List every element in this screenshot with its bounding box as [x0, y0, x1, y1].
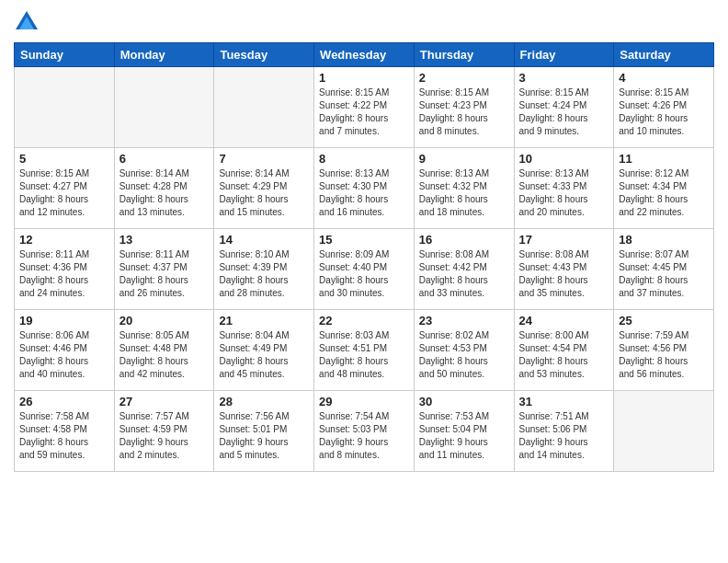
- cell-content: Sunrise: 8:08 AM Sunset: 4:42 PM Dayligh…: [419, 248, 509, 300]
- day-cell: [15, 67, 115, 148]
- day-cell: 8Sunrise: 8:13 AM Sunset: 4:30 PM Daylig…: [314, 148, 415, 229]
- day-cell: 24Sunrise: 8:00 AM Sunset: 4:54 PM Dayli…: [514, 310, 614, 391]
- cell-content: Sunrise: 8:15 AM Sunset: 4:27 PM Dayligh…: [19, 167, 109, 219]
- day-number: 1: [319, 71, 409, 85]
- day-number: 10: [519, 152, 609, 166]
- cell-content: Sunrise: 8:13 AM Sunset: 4:32 PM Dayligh…: [419, 167, 509, 219]
- day-number: 29: [319, 395, 409, 408]
- header-row: SundayMondayTuesdayWednesdayThursdayFrid…: [15, 43, 714, 67]
- day-cell: 3Sunrise: 8:15 AM Sunset: 4:24 PM Daylig…: [514, 67, 614, 148]
- day-cell: 22Sunrise: 8:03 AM Sunset: 4:51 PM Dayli…: [314, 310, 415, 391]
- day-number: 3: [519, 71, 609, 85]
- cell-content: Sunrise: 8:05 AM Sunset: 4:48 PM Dayligh…: [119, 329, 210, 381]
- day-cell: [214, 67, 314, 148]
- day-number: 14: [219, 233, 309, 247]
- day-header-wednesday: Wednesday: [314, 43, 415, 67]
- day-number: 4: [619, 71, 709, 85]
- day-cell: 15Sunrise: 8:09 AM Sunset: 4:40 PM Dayli…: [314, 229, 415, 310]
- page: SundayMondayTuesdayWednesdayThursdayFrid…: [0, 0, 728, 563]
- day-cell: 11Sunrise: 8:12 AM Sunset: 4:34 PM Dayli…: [614, 148, 714, 229]
- cell-content: Sunrise: 8:06 AM Sunset: 4:46 PM Dayligh…: [19, 329, 109, 381]
- week-row-0: 1Sunrise: 8:15 AM Sunset: 4:22 PM Daylig…: [15, 67, 714, 148]
- day-number: 16: [419, 233, 509, 247]
- week-row-4: 26Sunrise: 7:58 AM Sunset: 4:58 PM Dayli…: [15, 391, 714, 472]
- calendar: SundayMondayTuesdayWednesdayThursdayFrid…: [14, 42, 714, 472]
- cell-content: Sunrise: 8:13 AM Sunset: 4:30 PM Dayligh…: [319, 167, 409, 219]
- day-number: 12: [19, 233, 109, 247]
- day-number: 5: [19, 152, 109, 166]
- logo: [14, 9, 43, 35]
- day-cell: 23Sunrise: 8:02 AM Sunset: 4:53 PM Dayli…: [414, 310, 514, 391]
- day-number: 18: [619, 233, 709, 247]
- day-cell: 27Sunrise: 7:57 AM Sunset: 4:59 PM Dayli…: [114, 391, 214, 472]
- cell-content: Sunrise: 7:56 AM Sunset: 5:01 PM Dayligh…: [219, 410, 309, 462]
- cell-content: Sunrise: 8:03 AM Sunset: 4:51 PM Dayligh…: [319, 329, 409, 381]
- day-cell: [114, 67, 214, 148]
- day-number: 31: [519, 395, 609, 408]
- cell-content: Sunrise: 8:13 AM Sunset: 4:33 PM Dayligh…: [519, 167, 609, 219]
- day-number: 21: [219, 314, 309, 327]
- cell-content: Sunrise: 8:04 AM Sunset: 4:49 PM Dayligh…: [219, 329, 309, 381]
- cell-content: Sunrise: 8:12 AM Sunset: 4:34 PM Dayligh…: [619, 167, 709, 219]
- day-number: 25: [619, 314, 709, 327]
- day-cell: 6Sunrise: 8:14 AM Sunset: 4:28 PM Daylig…: [114, 148, 214, 229]
- day-cell: 9Sunrise: 8:13 AM Sunset: 4:32 PM Daylig…: [414, 148, 514, 229]
- day-header-saturday: Saturday: [614, 43, 714, 67]
- day-cell: 21Sunrise: 8:04 AM Sunset: 4:49 PM Dayli…: [214, 310, 314, 391]
- day-number: 8: [319, 152, 409, 166]
- week-row-1: 5Sunrise: 8:15 AM Sunset: 4:27 PM Daylig…: [15, 148, 714, 229]
- day-header-tuesday: Tuesday: [214, 43, 314, 67]
- cell-content: Sunrise: 8:15 AM Sunset: 4:26 PM Dayligh…: [619, 86, 709, 138]
- cell-content: Sunrise: 8:07 AM Sunset: 4:45 PM Dayligh…: [619, 248, 709, 300]
- day-cell: 1Sunrise: 8:15 AM Sunset: 4:22 PM Daylig…: [314, 67, 415, 148]
- cell-content: Sunrise: 8:11 AM Sunset: 4:36 PM Dayligh…: [19, 248, 109, 300]
- cell-content: Sunrise: 8:11 AM Sunset: 4:37 PM Dayligh…: [119, 248, 210, 300]
- day-number: 24: [519, 314, 609, 327]
- day-cell: 18Sunrise: 8:07 AM Sunset: 4:45 PM Dayli…: [614, 229, 714, 310]
- day-cell: 10Sunrise: 8:13 AM Sunset: 4:33 PM Dayli…: [514, 148, 614, 229]
- day-cell: 4Sunrise: 8:15 AM Sunset: 4:26 PM Daylig…: [614, 67, 714, 148]
- day-cell: 14Sunrise: 8:10 AM Sunset: 4:39 PM Dayli…: [214, 229, 314, 310]
- day-number: 17: [519, 233, 609, 247]
- day-cell: 17Sunrise: 8:08 AM Sunset: 4:43 PM Dayli…: [514, 229, 614, 310]
- day-cell: 26Sunrise: 7:58 AM Sunset: 4:58 PM Dayli…: [15, 391, 115, 472]
- cell-content: Sunrise: 7:58 AM Sunset: 4:58 PM Dayligh…: [19, 410, 109, 462]
- cell-content: Sunrise: 8:00 AM Sunset: 4:54 PM Dayligh…: [519, 329, 609, 381]
- cell-content: Sunrise: 8:09 AM Sunset: 4:40 PM Dayligh…: [319, 248, 409, 300]
- day-cell: 7Sunrise: 8:14 AM Sunset: 4:29 PM Daylig…: [214, 148, 314, 229]
- cell-content: Sunrise: 8:02 AM Sunset: 4:53 PM Dayligh…: [419, 329, 509, 381]
- day-number: 11: [619, 152, 709, 166]
- day-cell: 20Sunrise: 8:05 AM Sunset: 4:48 PM Dayli…: [114, 310, 214, 391]
- day-cell: 12Sunrise: 8:11 AM Sunset: 4:36 PM Dayli…: [15, 229, 115, 310]
- day-cell: 29Sunrise: 7:54 AM Sunset: 5:03 PM Dayli…: [314, 391, 415, 472]
- day-number: 7: [219, 152, 309, 166]
- day-number: 26: [19, 395, 109, 408]
- day-cell: 25Sunrise: 7:59 AM Sunset: 4:56 PM Dayli…: [614, 310, 714, 391]
- header: [14, 9, 714, 35]
- day-header-friday: Friday: [514, 43, 614, 67]
- day-number: 9: [419, 152, 509, 166]
- day-number: 28: [219, 395, 309, 408]
- cell-content: Sunrise: 7:54 AM Sunset: 5:03 PM Dayligh…: [319, 410, 409, 462]
- week-row-3: 19Sunrise: 8:06 AM Sunset: 4:46 PM Dayli…: [15, 310, 714, 391]
- day-cell: 5Sunrise: 8:15 AM Sunset: 4:27 PM Daylig…: [15, 148, 115, 229]
- day-number: 15: [319, 233, 409, 247]
- cell-content: Sunrise: 8:14 AM Sunset: 4:29 PM Dayligh…: [219, 167, 309, 219]
- day-cell: 16Sunrise: 8:08 AM Sunset: 4:42 PM Dayli…: [414, 229, 514, 310]
- cell-content: Sunrise: 8:14 AM Sunset: 4:28 PM Dayligh…: [119, 167, 210, 219]
- day-number: 22: [319, 314, 409, 327]
- day-cell: 28Sunrise: 7:56 AM Sunset: 5:01 PM Dayli…: [214, 391, 314, 472]
- cell-content: Sunrise: 7:53 AM Sunset: 5:04 PM Dayligh…: [419, 410, 509, 462]
- day-number: 20: [119, 314, 210, 327]
- day-header-thursday: Thursday: [414, 43, 514, 67]
- cell-content: Sunrise: 8:15 AM Sunset: 4:24 PM Dayligh…: [519, 86, 609, 138]
- cell-content: Sunrise: 8:08 AM Sunset: 4:43 PM Dayligh…: [519, 248, 609, 300]
- day-cell: 2Sunrise: 8:15 AM Sunset: 4:23 PM Daylig…: [414, 67, 514, 148]
- cell-content: Sunrise: 8:15 AM Sunset: 4:22 PM Dayligh…: [319, 86, 409, 138]
- logo-icon: [14, 9, 40, 35]
- week-row-2: 12Sunrise: 8:11 AM Sunset: 4:36 PM Dayli…: [15, 229, 714, 310]
- day-number: 23: [419, 314, 509, 327]
- cell-content: Sunrise: 7:59 AM Sunset: 4:56 PM Dayligh…: [619, 329, 709, 381]
- day-number: 2: [419, 71, 509, 85]
- day-number: 6: [119, 152, 210, 166]
